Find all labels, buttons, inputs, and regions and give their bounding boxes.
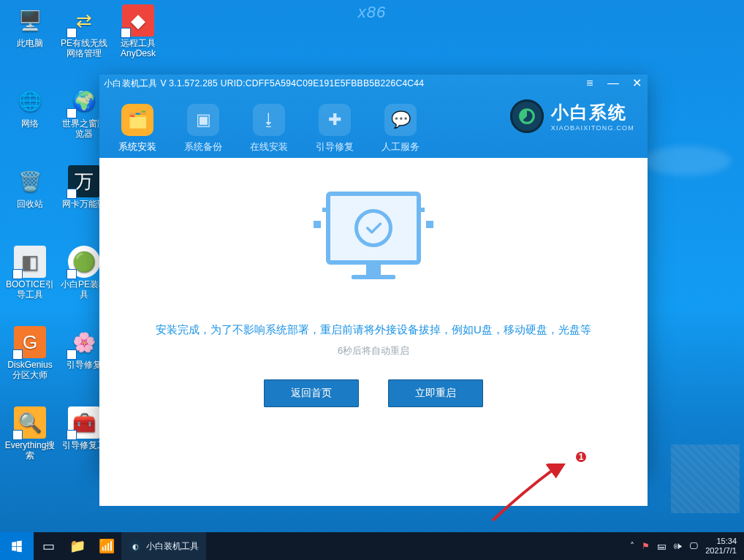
tray-display-icon[interactable]: 🖵 [689,541,698,551]
network-icon: ⇄ [68,4,100,37]
brand-logo-icon [510,99,544,133]
annotation-arrow-icon [485,463,580,522]
package-icon: 🗂️ [121,104,153,136]
icon-label: 此电脑 [17,38,43,48]
anydesk-icon: ◆ [122,4,154,37]
brand: 小白系统 XIAOBAIXITONG.COM [510,99,634,133]
flower-icon: 🌸 [68,326,100,358]
icon-bootice[interactable]: ◧ BOOTICE引导工具 [4,246,56,300]
menu-button[interactable]: ≡ [583,77,596,90]
icon-label: BOOTICE引导工具 [6,279,54,300]
cloud-decor [643,146,731,175]
icon-this-pc[interactable]: 🖥️ 此电脑 [4,4,56,48]
window-header: 小白装机工具 V 3.1.572.285 URID:CDFF5A594C09E1… [99,75,648,158]
clock-date: 2021/7/1 [705,546,737,556]
success-illustration [308,192,439,301]
tab-label: 人工服务 [382,141,420,152]
clock[interactable]: 15:34 2021/7/1 [705,537,737,556]
icon-label: 引导修复 [67,360,102,370]
icon-label: Everything搜索 [5,440,56,461]
tray-flag-icon[interactable]: ⚑ [642,541,650,551]
chat-icon: 💬 [384,104,417,136]
save-icon: ▣ [187,104,219,136]
icon-diskgenius[interactable]: G DiskGenius分区大师 [4,326,56,380]
icon-network[interactable]: 🌐 网络 [4,85,56,129]
icon-everything[interactable]: 🔍 Everything搜索 [4,406,56,461]
app-icon: 🟢 [68,246,100,278]
tab-install[interactable]: 🗂️ 系统安装 [113,104,162,154]
browser-icon: 🌍 [68,85,100,117]
eraser-icon: ◧ [14,246,46,278]
download-icon: ⭳ [253,104,285,136]
driver-icon: 万 [68,165,100,197]
check-circle-icon [354,209,392,247]
taskbar-app-label: 小白装机工具 [146,540,199,553]
taskview-button[interactable]: ▭ [34,532,63,560]
close-button[interactable]: ✕ [630,76,643,90]
search-icon: 🔍 [14,406,46,439]
windows-icon [10,540,23,553]
countdown-text: 6秒后将自动重启 [99,344,648,357]
app-icon: ◐ [129,540,142,553]
tray-up-icon[interactable]: ˄ [630,541,634,551]
clock-time: 15:34 [705,537,737,546]
icon-label: DiskGenius分区大师 [7,360,52,380]
arch-label: x86 [358,3,386,22]
app-window: 小白装机工具 V 3.1.572.285 URID:CDFF5A594C09E1… [99,75,648,472]
medkit-icon: ✚ [319,104,351,136]
icon-label: 回收站 [17,199,43,209]
tab-backup[interactable]: ▣ 系统备份 [178,104,228,154]
toolbox-icon: 🧰 [68,406,100,439]
trash-icon: 🗑️ [14,165,46,197]
tab-label: 系统安装 [118,141,156,152]
back-button[interactable]: 返回首页 [264,379,359,407]
icon-label: 网络 [21,118,39,129]
monitor-icon: 🖥️ [14,4,46,37]
start-button[interactable] [0,532,34,560]
icon-pe-net[interactable]: ⇄ PE有线无线网络管理 [58,4,110,58]
icon-label: 远程工具AnyDesk [121,38,156,58]
reboot-button[interactable]: 立即重启 [388,379,483,407]
window-title: 小白装机工具 V 3.1.572.285 URID:CDFF5A594C09E1… [99,75,648,93]
monitor-icon [326,192,421,265]
explorer-button[interactable]: 📁 [63,532,92,560]
partition-icon: G [14,326,46,358]
icon-recycle-bin[interactable]: 🗑️ 回收站 [4,165,56,209]
globe-icon: 🌐 [14,85,46,117]
watermark [671,444,740,513]
taskbar-app[interactable]: ◐ 小白装机工具 [121,532,206,560]
wifi-icon[interactable]: 📶 [92,532,121,560]
tray-device-icon[interactable]: 🖴 [657,541,666,551]
annotation-badge: 1 [574,450,588,464]
tab-label: 引导修复 [316,141,354,152]
tab-bootfix[interactable]: ✚ 引导修复 [310,104,360,154]
tab-label: 系统备份 [184,141,222,152]
tab-label: 在线安装 [250,141,288,152]
icon-label: PE有线无线网络管理 [61,38,107,58]
brand-url: XIAOBAIXITONG.COM [551,124,634,132]
tray-network-icon[interactable]: 🕪 [673,541,682,551]
brand-name: 小白系统 [551,101,634,124]
tab-online[interactable]: ⭳ 在线安装 [244,104,294,154]
tab-service[interactable]: 💬 人工服务 [376,104,425,154]
window-body: 安装完成，为了不影响系统部署，重启前请将外接设备拔掉，例如U盘，移动硬盘，光盘等… [99,192,648,506]
minimize-button[interactable]: — [607,77,620,90]
tab-bar: 🗂️ 系统安装 ▣ 系统备份 ⭳ 在线安装 ✚ 引导修复 💬 人工服务 [113,104,425,154]
icon-anydesk[interactable]: ◆ 远程工具AnyDesk [113,4,164,58]
status-message: 安装完成，为了不影响系统部署，重启前请将外接设备拔掉，例如U盘，移动硬盘，光盘等 [99,323,648,337]
taskbar: ▭ 📁 📶 ◐ 小白装机工具 ˄ ⚑ 🖴 🕪 🖵 15:34 2021/7/1 [0,532,744,560]
